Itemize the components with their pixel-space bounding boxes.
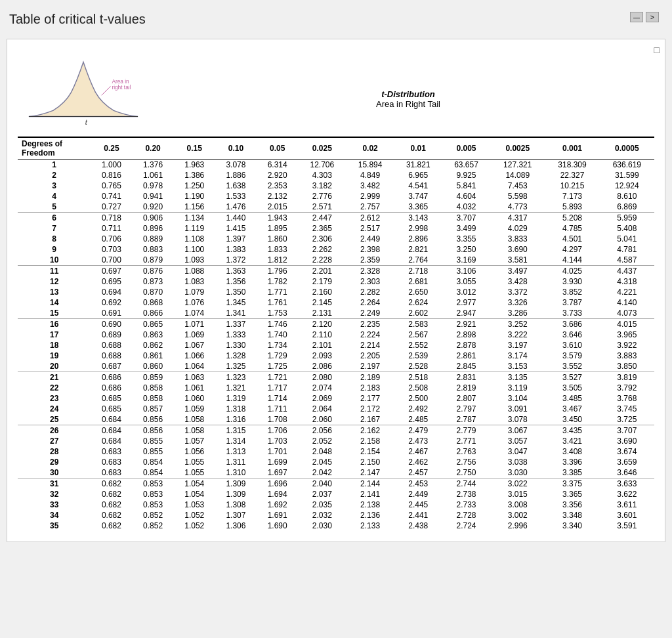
df-cell: 16 [18, 319, 91, 330]
value-cell: 1.692 [257, 500, 298, 510]
table-body: 11.0001.3761.9633.0786.31412.70615.89431… [18, 160, 654, 532]
value-cell: 0.978 [132, 181, 173, 191]
value-cell: 2.449 [346, 234, 394, 244]
value-cell: 3.169 [442, 255, 490, 266]
table-row: 150.6910.8661.0741.3411.7532.1312.2492.6… [18, 308, 654, 319]
value-cell: 3.078 [490, 414, 545, 425]
value-cell: 1.341 [215, 308, 257, 319]
value-cell: 0.741 [91, 191, 132, 202]
value-cell: 1.701 [257, 446, 298, 457]
value-cell: 0.683 [91, 467, 132, 478]
df-cell: 27 [18, 436, 91, 446]
value-cell: 1.309 [215, 478, 257, 490]
value-cell: 1.356 [215, 276, 257, 287]
value-cell: 636.619 [600, 160, 654, 171]
value-cell: 1.316 [215, 414, 257, 425]
value-cell: 2.328 [346, 266, 394, 277]
value-cell: 4.073 [600, 308, 654, 319]
value-cell: 2.167 [346, 414, 394, 425]
value-cell: 2.205 [346, 351, 394, 361]
value-cell: 1.771 [257, 287, 298, 297]
value-cell: 2.141 [346, 489, 394, 500]
value-cell: 4.029 [490, 223, 545, 234]
value-cell: 2.819 [442, 383, 490, 393]
value-cell: 1.729 [257, 351, 298, 361]
value-cell: 2.093 [298, 351, 346, 361]
table-row: 100.7000.8791.0931.3721.8122.2282.3592.7… [18, 255, 654, 266]
value-cell: 2.445 [394, 500, 442, 510]
value-cell: 0.689 [91, 330, 132, 340]
value-cell: 3.707 [442, 213, 490, 224]
value-cell: 1.119 [174, 223, 215, 234]
value-cell: 2.189 [346, 372, 394, 383]
value-cell: 0.866 [132, 308, 173, 319]
df-cell: 21 [18, 372, 91, 383]
value-cell: 2.453 [394, 478, 442, 490]
value-cell: 127.321 [490, 160, 545, 171]
value-cell: 3.174 [490, 351, 545, 361]
value-cell: 1.415 [215, 223, 257, 234]
value-cell: 3.197 [490, 340, 545, 351]
value-cell: 1.064 [174, 361, 215, 372]
df-cell: 15 [18, 308, 91, 319]
svg-text:right tail: right tail [112, 84, 131, 91]
value-cell: 2.492 [394, 404, 442, 414]
value-cell: 3.340 [545, 521, 599, 531]
value-cell: 2.807 [442, 393, 490, 404]
value-cell: 2.030 [298, 521, 346, 531]
value-cell: 1.761 [257, 297, 298, 308]
value-cell: 2.764 [394, 255, 442, 266]
value-cell: 5.893 [545, 202, 599, 213]
value-cell: 0.688 [91, 351, 132, 361]
value-cell: 4.297 [545, 244, 599, 255]
minimize-button[interactable]: — [630, 12, 643, 22]
value-cell: 3.396 [545, 457, 599, 467]
value-cell: 2.353 [257, 181, 298, 191]
table-row: 40.7410.9411.1901.5332.1322.7762.9993.74… [18, 191, 654, 202]
value-cell: 2.571 [298, 202, 346, 213]
value-cell: 2.160 [298, 287, 346, 297]
value-cell: 2.898 [442, 330, 490, 340]
value-cell: 1.746 [257, 319, 298, 330]
table-row: 290.6830.8541.0551.3111.6992.0452.1502.4… [18, 457, 654, 467]
value-cell: 2.821 [394, 244, 442, 255]
value-cell: 0.896 [132, 223, 173, 234]
table-row: 310.6820.8531.0541.3091.6962.0402.1442.4… [18, 478, 654, 490]
value-cell: 2.183 [346, 383, 394, 393]
expand-button[interactable]: > [646, 12, 659, 22]
value-cell: 3.348 [545, 510, 599, 521]
value-cell: 1.054 [174, 489, 215, 500]
value-cell: 3.686 [545, 319, 599, 330]
df-cell: 5 [18, 202, 91, 213]
df-cell: 19 [18, 351, 91, 361]
value-cell: 4.773 [490, 202, 545, 213]
value-cell: 2.738 [442, 489, 490, 500]
value-cell: 2.398 [346, 244, 394, 255]
value-cell: 2.763 [442, 446, 490, 457]
value-cell: 3.485 [545, 393, 599, 404]
value-cell: 2.999 [346, 191, 394, 202]
card-expand-icon[interactable]: □ [654, 45, 660, 55]
value-cell: 2.069 [298, 393, 346, 404]
value-cell: 1.963 [174, 160, 215, 171]
value-cell: 2.449 [394, 489, 442, 500]
table-row: 20.8161.0611.3861.8862.9204.3034.8496.96… [18, 170, 654, 181]
value-cell: 1.313 [215, 446, 257, 457]
value-cell: 0.856 [132, 414, 173, 425]
value-cell: 3.104 [490, 393, 545, 404]
value-cell: 1.058 [174, 425, 215, 436]
value-cell: 2.147 [346, 467, 394, 478]
card-header: t Area in right tail t-Distribution Area… [18, 50, 654, 131]
main-card: □ t Area in right tail t-Distribution Ar… [7, 39, 665, 542]
table-row: 70.7110.8961.1191.4151.8952.3652.5172.99… [18, 223, 654, 234]
value-cell: 4.541 [394, 181, 442, 191]
value-cell: 3.690 [600, 436, 654, 446]
table-row: 330.6820.8531.0531.3081.6922.0352.1382.4… [18, 500, 654, 510]
value-cell: 1.782 [257, 276, 298, 287]
value-cell: 3.119 [490, 383, 545, 393]
value-cell: 2.947 [442, 308, 490, 319]
value-cell: 3.505 [545, 383, 599, 393]
value-cell: 2.101 [298, 340, 346, 351]
value-cell: 2.060 [298, 414, 346, 425]
value-cell: 0.906 [132, 213, 173, 224]
